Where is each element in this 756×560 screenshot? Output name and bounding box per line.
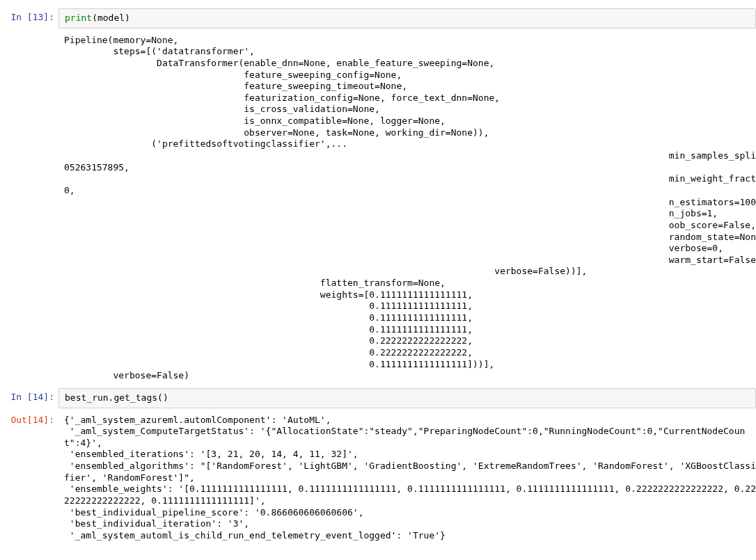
input-prompt: In [13]: [0,8,58,29]
output-prompt: Out[14]: [0,411,58,545]
cell-body: print(model) [58,8,756,29]
stdout-output: Pipeline(memory=None, steps=[('datatrans… [58,31,756,385]
code-content: print(model) [65,13,750,24]
code-input-area[interactable]: print(model) [58,8,756,29]
code-content: best_run.get_tags() [65,392,750,404]
code-cell-13: In [13]: print(model) [0,8,756,29]
code-input-area[interactable]: best_run.get_tags() [58,388,756,408]
output-cell-13: Pipeline(memory=None, steps=[('datatrans… [0,31,756,385]
output-cell-14: Out[14]: {'_aml_system_azureml.automlCom… [0,411,756,545]
output-prompt-empty [0,31,58,385]
code-cell-14: In [14]: best_run.get_tags() [0,388,756,408]
cell-body: {'_aml_system_azureml.automlComponent': … [58,411,756,545]
cell-body: Pipeline(memory=None, steps=[('datatrans… [58,31,756,385]
cell-body: best_run.get_tags() [58,388,756,408]
execute-result: {'_aml_system_azureml.automlComponent': … [58,411,756,545]
input-prompt: In [14]: [0,388,58,408]
